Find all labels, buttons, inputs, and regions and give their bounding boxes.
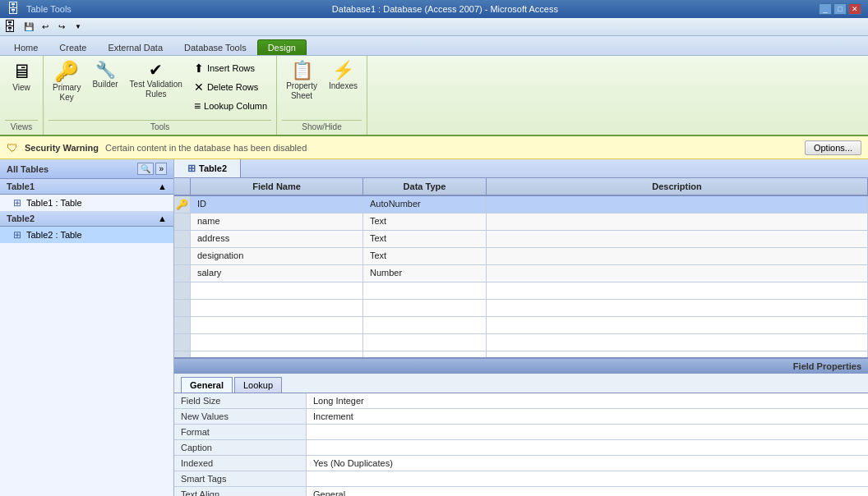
row5-description[interactable] (487, 282, 868, 299)
indexes-icon: ⚡ (332, 62, 354, 80)
indexes-label: Indexes (329, 81, 358, 91)
row8-description[interactable] (487, 334, 868, 351)
grid-row-8[interactable] (174, 334, 868, 351)
nav-item-table2[interactable]: ⊞ Table2 : Table (0, 227, 173, 243)
fp-tab-general[interactable]: General (181, 377, 233, 393)
tab-database-tools[interactable]: Database Tools (173, 39, 257, 55)
options-button[interactable]: Options... (805, 140, 861, 155)
grid-row-5[interactable] (174, 282, 868, 300)
grid-row-2[interactable]: address Text (174, 231, 868, 248)
shield-icon: 🛡 (7, 141, 18, 154)
nav-group-table1-header[interactable]: Table1 ▲ (0, 179, 173, 195)
save-quick-button[interactable]: 💾 (21, 20, 36, 34)
app-icon: 🗄 (3, 20, 16, 34)
nav-expand-button[interactable]: » (155, 163, 167, 175)
row7-description[interactable] (487, 317, 868, 333)
fp-field-size-value[interactable]: Long Integer (306, 393, 868, 409)
ribbon-small-buttons: ⬆ Insert Rows ✕ Delete Rows ≡ Lookup Col… (190, 59, 271, 115)
row6-field-name[interactable] (191, 300, 363, 316)
close-button[interactable]: ✕ (848, 3, 861, 15)
row1-description[interactable] (487, 214, 868, 230)
row7-data-type[interactable] (363, 317, 487, 333)
row8-field-name[interactable] (191, 334, 363, 351)
row6-description[interactable] (487, 300, 868, 316)
builder-button[interactable]: 🔧 Builder (88, 59, 122, 92)
quick-access-more[interactable]: ▼ (71, 20, 85, 34)
row4-field-name[interactable]: salary (191, 265, 363, 282)
grid-row-9[interactable] (174, 351, 868, 357)
row6-data-type[interactable] (363, 300, 487, 316)
tab-home[interactable]: Home (3, 39, 48, 55)
tab-design[interactable]: Design (257, 39, 307, 55)
window-controls: _ □ ✕ (819, 3, 861, 15)
minimize-button[interactable]: _ (819, 3, 832, 15)
nav-group-table2-name: Table2 (7, 214, 35, 223)
row6-indicator (174, 300, 191, 316)
nav-group-table2-header[interactable]: Table2 ▲ (0, 211, 173, 227)
row8-data-type[interactable] (363, 334, 487, 351)
test-validation-button[interactable]: ✔ Test ValidationRules (126, 59, 187, 102)
row4-data-type[interactable]: Number (363, 265, 487, 282)
insert-rows-label: Insert Rows (207, 63, 255, 73)
fp-tab-lookup[interactable]: Lookup (234, 377, 282, 393)
table-area: ⊞ Table2 Field Name Data Type Descriptio… (174, 159, 868, 496)
row4-description[interactable] (487, 265, 868, 282)
row1-field-name[interactable]: name (191, 214, 363, 230)
row7-field-name[interactable] (191, 317, 363, 333)
nav-item-table1[interactable]: ⊞ Table1 : Table (0, 195, 173, 211)
row9-description[interactable] (487, 351, 868, 357)
security-warning-message: Certain content in the database has been… (105, 143, 307, 153)
fp-format-value[interactable] (306, 425, 868, 440)
grid-row-7[interactable] (174, 317, 868, 334)
fp-text-align-value[interactable]: General (306, 487, 868, 496)
grid-row-0[interactable]: 🔑 ID AutoNumber (174, 196, 868, 214)
grid-row-1[interactable]: name Text (174, 214, 868, 231)
property-sheet-button[interactable]: 📋 PropertySheet (282, 59, 321, 103)
maximize-button[interactable]: □ (833, 3, 847, 15)
fp-caption-value[interactable] (306, 440, 868, 456)
nav-pane-header: All Tables 🔍 » (0, 159, 173, 179)
property-sheet-icon: 📋 (291, 62, 313, 80)
row2-data-type[interactable]: Text (363, 231, 487, 247)
row0-description[interactable] (487, 196, 868, 213)
view-button[interactable]: 🖥 View (5, 59, 38, 95)
tab-create[interactable]: Create (48, 39, 97, 55)
fp-new-values-value[interactable]: Increment (306, 409, 868, 425)
delete-rows-button[interactable]: ✕ Delete Rows (190, 78, 271, 96)
row9-field-name[interactable] (191, 351, 363, 357)
row3-data-type[interactable]: Text (363, 248, 487, 264)
row0-field-name[interactable]: ID (191, 196, 363, 213)
row2-field-name[interactable]: address (191, 231, 363, 247)
indexes-button[interactable]: ⚡ Indexes (325, 59, 362, 94)
table1-icon: ⊞ (13, 197, 21, 209)
col-field-name-header: Field Name (191, 178, 363, 195)
redo-quick-button[interactable]: ↪ (54, 20, 69, 34)
lookup-column-button[interactable]: ≡ Lookup Column (190, 97, 271, 115)
app-logo: 🗄 (7, 2, 20, 16)
fp-indexed-label: Indexed (174, 456, 306, 471)
row5-field-name[interactable] (191, 282, 363, 299)
fp-new-values-label: New Values (174, 409, 306, 425)
row9-data-type[interactable] (363, 351, 487, 357)
row2-description[interactable] (487, 231, 868, 247)
nav-pane-title: All Tables (7, 164, 48, 174)
primary-key-button[interactable]: 🔑 PrimaryKey (48, 59, 85, 105)
grid-row-4[interactable]: salary Number (174, 265, 868, 282)
view-label: View (12, 83, 30, 93)
insert-rows-button[interactable]: ⬆ Insert Rows (190, 59, 271, 77)
tab-external-data[interactable]: External Data (97, 39, 173, 55)
fp-indexed-value[interactable]: Yes (No Duplicates) (306, 456, 868, 471)
row3-field-name[interactable]: designation (191, 248, 363, 264)
primary-key-label: PrimaryKey (53, 83, 81, 103)
row1-data-type[interactable]: Text (363, 214, 487, 230)
table2-tab[interactable]: ⊞ Table2 (174, 159, 241, 177)
fp-smart-tags-value[interactable] (306, 471, 868, 487)
row3-description[interactable] (487, 248, 868, 264)
nav-search-button[interactable]: 🔍 (137, 163, 154, 175)
grid-row-6[interactable] (174, 300, 868, 317)
tools-group-label: Tools (48, 120, 271, 133)
row5-data-type[interactable] (363, 282, 487, 299)
row0-data-type[interactable]: AutoNumber (363, 196, 487, 213)
grid-row-3[interactable]: designation Text (174, 248, 868, 265)
undo-quick-button[interactable]: ↩ (38, 20, 53, 34)
